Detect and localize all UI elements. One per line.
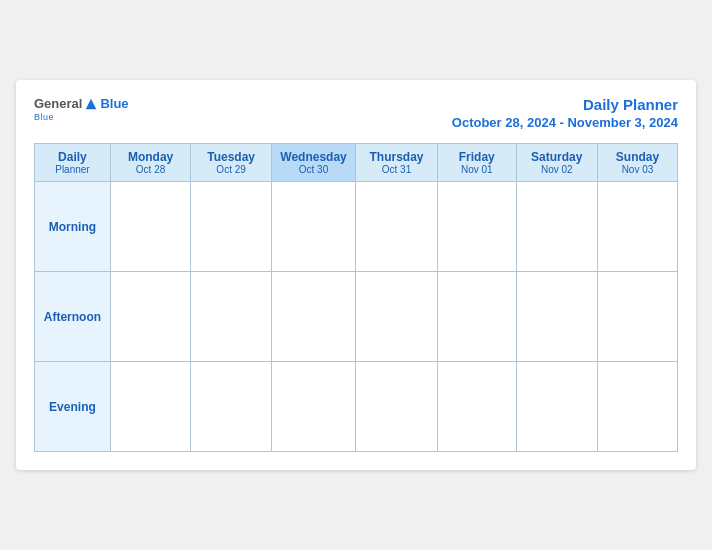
cell-evening-tue[interactable] <box>191 362 272 452</box>
cell-morning-thu[interactable] <box>356 182 438 272</box>
col-header-mon: MondayOct 28 <box>110 144 190 182</box>
cell-evening-sat[interactable] <box>516 362 597 452</box>
logo-blue-text: Blue <box>100 96 128 111</box>
col-day-name-wed: Wednesday <box>276 150 351 164</box>
cell-morning-fri[interactable] <box>437 182 516 272</box>
time-label-afternoon: Afternoon <box>35 272 111 362</box>
time-label-evening: Evening <box>35 362 111 452</box>
time-label-morning: Morning <box>35 182 111 272</box>
col-header-wed: WednesdayOct 30 <box>271 144 355 182</box>
cell-evening-fri[interactable] <box>437 362 516 452</box>
col-day-name-mon: Monday <box>115 150 186 164</box>
col-header-sun: SundayNov 03 <box>597 144 677 182</box>
cell-afternoon-tue[interactable] <box>191 272 272 362</box>
cell-morning-wed[interactable] <box>271 182 355 272</box>
col-day-name-sun: Sunday <box>602 150 673 164</box>
col-day-name-thu: Thursday <box>360 150 433 164</box>
col-day-date-mon: Oct 28 <box>115 164 186 175</box>
col-header-tue: TuesdayOct 29 <box>191 144 272 182</box>
header-row: DailyPlannerMondayOct 28TuesdayOct 29Wed… <box>35 144 678 182</box>
col-day-name-tue: Tuesday <box>195 150 267 164</box>
logo-area: General Blue Blue <box>34 96 129 122</box>
cell-evening-thu[interactable] <box>356 362 438 452</box>
row-morning: Morning <box>35 182 678 272</box>
col-day-date-tue: Oct 29 <box>195 164 267 175</box>
cell-afternoon-sun[interactable] <box>597 272 677 362</box>
col-day-date-thu: Oct 31 <box>360 164 433 175</box>
calendar-table: DailyPlannerMondayOct 28TuesdayOct 29Wed… <box>34 143 678 452</box>
logo-tagline: Blue <box>34 112 54 122</box>
col-header-thu: ThursdayOct 31 <box>356 144 438 182</box>
logo-icon <box>84 97 98 111</box>
row-evening: Evening <box>35 362 678 452</box>
cell-afternoon-sat[interactable] <box>516 272 597 362</box>
cell-afternoon-thu[interactable] <box>356 272 438 362</box>
title-area: Daily Planner October 28, 2024 - Novembe… <box>452 96 678 131</box>
col-day-date-sun: Nov 03 <box>602 164 673 175</box>
col-header-sat: SaturdayNov 02 <box>516 144 597 182</box>
col-day-date-label: Planner <box>39 164 106 175</box>
logo-text: General Blue <box>34 96 129 111</box>
logo-general-text: General <box>34 96 82 111</box>
col-day-date-sat: Nov 02 <box>521 164 593 175</box>
cell-evening-mon[interactable] <box>110 362 190 452</box>
col-day-name-label: Daily <box>39 150 106 164</box>
planner-container: General Blue Blue Daily Planner October … <box>16 80 696 470</box>
cell-morning-mon[interactable] <box>110 182 190 272</box>
planner-title: Daily Planner <box>452 96 678 113</box>
svg-marker-0 <box>86 98 97 109</box>
cell-afternoon-fri[interactable] <box>437 272 516 362</box>
header: General Blue Blue Daily Planner October … <box>34 96 678 131</box>
col-day-name-sat: Saturday <box>521 150 593 164</box>
col-header-fri: FridayNov 01 <box>437 144 516 182</box>
calendar-body: MorningAfternoonEvening <box>35 182 678 452</box>
cell-morning-tue[interactable] <box>191 182 272 272</box>
row-afternoon: Afternoon <box>35 272 678 362</box>
cell-afternoon-wed[interactable] <box>271 272 355 362</box>
cell-morning-sun[interactable] <box>597 182 677 272</box>
cell-morning-sat[interactable] <box>516 182 597 272</box>
cell-evening-wed[interactable] <box>271 362 355 452</box>
col-day-name-fri: Friday <box>442 150 512 164</box>
cell-evening-sun[interactable] <box>597 362 677 452</box>
planner-date-range: October 28, 2024 - November 3, 2024 <box>452 115 678 130</box>
cell-afternoon-mon[interactable] <box>110 272 190 362</box>
col-day-date-wed: Oct 30 <box>276 164 351 175</box>
col-day-date-fri: Nov 01 <box>442 164 512 175</box>
col-header-label: DailyPlanner <box>35 144 111 182</box>
